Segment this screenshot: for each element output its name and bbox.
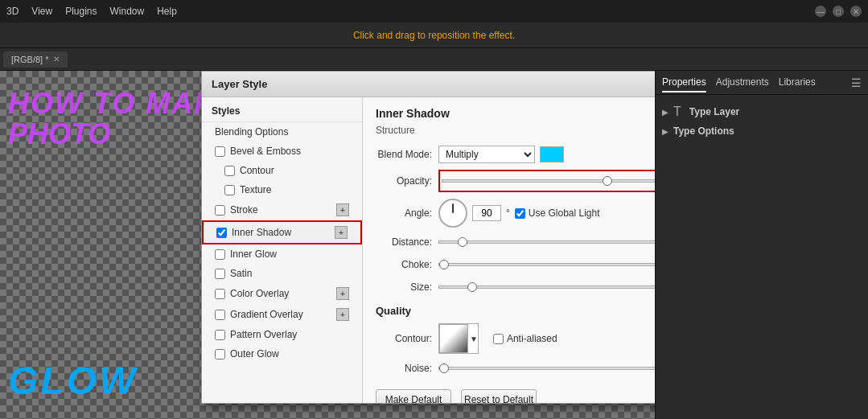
size-slider-thumb[interactable]: [467, 282, 477, 292]
style-color-overlay-checkbox[interactable]: [215, 289, 225, 299]
distance-slider-thumb[interactable]: [458, 237, 467, 247]
blend-mode-select[interactable]: Multiply Normal Screen: [438, 146, 535, 163]
maximize-button[interactable]: □: [833, 6, 844, 17]
tab-libraries[interactable]: Libraries: [779, 73, 816, 92]
quality-title: Quality: [376, 305, 655, 317]
close-button[interactable]: ✕: [850, 6, 862, 17]
opacity-slider-thumb[interactable]: [603, 176, 612, 186]
topbar-message: Click and drag to reposition the effect.: [353, 30, 515, 41]
main-layout: HOW TO MAKE PHOTO GLOW Layer Style ✕ Sty…: [0, 71, 868, 419]
type-options-section[interactable]: ▶ Type Options: [662, 122, 862, 140]
style-texture-checkbox[interactable]: [224, 185, 235, 195]
distance-slider-container[interactable]: [438, 236, 655, 248]
menu-window[interactable]: Window: [110, 6, 145, 17]
style-pattern-overlay[interactable]: Pattern Overlay: [202, 325, 362, 344]
contour-dropdown-icon: ▼: [470, 335, 478, 343]
style-outer-glow[interactable]: Outer Glow: [202, 344, 362, 364]
style-inner-glow[interactable]: Inner Glow: [202, 244, 362, 264]
tab-adjustments[interactable]: Adjustments: [716, 73, 769, 92]
tab-properties[interactable]: Properties: [662, 73, 706, 92]
style-blending-options-label: Blending Options: [215, 126, 288, 138]
canvas-area: HOW TO MAKE PHOTO GLOW Layer Style ✕ Sty…: [0, 71, 655, 419]
contour-control: ▼ Anti-aliased: [438, 323, 655, 354]
panel-menu-icon[interactable]: ☰: [851, 76, 862, 89]
tab-close-icon[interactable]: ✕: [53, 55, 60, 64]
quality-section: Quality Contour: ▼: [376, 305, 655, 376]
settings-panel: Inner Shadow Structure Blend Mode: Multi…: [363, 97, 655, 403]
style-inner-shadow-add-icon[interactable]: +: [335, 226, 348, 239]
menu-plugins[interactable]: Plugins: [65, 6, 97, 17]
styles-header: Styles: [202, 101, 362, 122]
dialog-titlebar: Layer Style ✕: [202, 72, 655, 97]
use-global-light-text: Use Global Light: [529, 207, 600, 219]
style-bevel-emboss-label: Bevel & Emboss: [230, 146, 301, 157]
layer-style-dialog[interactable]: Layer Style ✕ Styles Blending Options Be…: [201, 71, 655, 404]
style-inner-glow-checkbox[interactable]: [215, 249, 225, 260]
style-satin-checkbox[interactable]: [215, 269, 225, 279]
panel-content: ▶ T Type Layer ▶ Type Options: [656, 95, 868, 146]
use-global-light-checkbox[interactable]: [515, 208, 525, 219]
style-gradient-overlay[interactable]: Gradient Overlay +: [202, 304, 362, 325]
choke-slider-thumb[interactable]: [439, 260, 449, 269]
style-satin[interactable]: Satin: [202, 264, 362, 283]
size-control: px: [438, 279, 655, 295]
style-gradient-overlay-add-icon[interactable]: +: [336, 308, 349, 321]
menu-view[interactable]: View: [31, 6, 52, 17]
style-stroke[interactable]: Stroke +: [202, 199, 362, 220]
noise-slider-container[interactable]: [438, 363, 655, 374]
style-bevel-emboss[interactable]: Bevel & Emboss: [202, 142, 362, 161]
anti-aliased-checkbox[interactable]: [493, 334, 504, 344]
noise-control: %: [438, 360, 655, 376]
style-inner-shadow-checkbox[interactable]: [216, 228, 227, 238]
contour-selector[interactable]: ▼: [438, 323, 479, 354]
type-layer-T-icon: T: [673, 105, 681, 119]
style-bevel-emboss-checkbox[interactable]: [215, 146, 225, 157]
contour-label: Contour:: [376, 333, 432, 344]
noise-label: Noise:: [376, 363, 432, 374]
style-blending-options[interactable]: Blending Options: [202, 122, 362, 142]
style-texture[interactable]: Texture: [202, 180, 362, 199]
style-satin-label: Satin: [230, 268, 252, 279]
angle-input[interactable]: [472, 205, 501, 221]
opacity-slider-container[interactable]: [442, 175, 655, 187]
blend-mode-row: Blend Mode: Multiply Normal Screen: [376, 146, 655, 163]
style-contour-checkbox[interactable]: [224, 166, 235, 176]
right-panel-tabs: Properties Adjustments Libraries ☰: [656, 71, 868, 95]
document-tab[interactable]: [RGB/8] * ✕: [3, 51, 68, 68]
menu-help[interactable]: Help: [157, 6, 177, 17]
distance-label: Distance:: [376, 236, 432, 248]
window-controls: — □ ✕: [815, 6, 862, 17]
distance-control: px: [438, 234, 655, 250]
blend-color-swatch[interactable]: [540, 146, 564, 162]
noise-slider-thumb[interactable]: [439, 364, 449, 373]
style-color-overlay-add-icon[interactable]: +: [336, 287, 349, 300]
style-color-overlay[interactable]: Color Overlay +: [202, 283, 362, 304]
style-stroke-checkbox[interactable]: [215, 205, 225, 216]
tabbar: [RGB/8] * ✕: [0, 48, 868, 71]
style-stroke-add-icon[interactable]: +: [336, 203, 349, 216]
style-contour[interactable]: Contour: [202, 161, 362, 180]
choke-slider-container[interactable]: [438, 259, 655, 270]
reset-to-default-button[interactable]: Reset to Default: [461, 389, 537, 403]
right-panel: Properties Adjustments Libraries ☰ ▶ T T…: [655, 71, 868, 419]
styles-panel: Styles Blending Options Bevel & Emboss C…: [202, 97, 363, 403]
canvas-text-glow: GLOW: [8, 359, 138, 403]
style-gradient-overlay-checkbox[interactable]: [215, 310, 225, 320]
angle-dial[interactable]: [438, 199, 467, 228]
choke-label: Choke:: [376, 259, 432, 270]
size-slider-container[interactable]: [438, 281, 655, 293]
menu-3d[interactable]: 3D: [6, 6, 19, 17]
style-pattern-overlay-checkbox[interactable]: [215, 330, 225, 340]
size-row: Size: px: [376, 279, 655, 295]
titlebar: 3D View Plugins Window Help — □ ✕: [0, 0, 868, 23]
blend-mode-label: Blend Mode:: [376, 149, 432, 160]
angle-label: Angle:: [376, 207, 432, 219]
type-layer-section[interactable]: ▶ T Type Layer: [662, 101, 862, 122]
type-layer-arrow-icon: ▶: [662, 108, 668, 117]
angle-row: Angle: ° Use Global Light: [376, 199, 655, 228]
style-outer-glow-checkbox[interactable]: [215, 349, 225, 359]
style-inner-shadow[interactable]: Inner Shadow +: [202, 220, 362, 244]
contour-preview[interactable]: [439, 324, 468, 353]
minimize-button[interactable]: —: [815, 6, 826, 17]
make-default-button[interactable]: Make Default: [376, 389, 451, 403]
